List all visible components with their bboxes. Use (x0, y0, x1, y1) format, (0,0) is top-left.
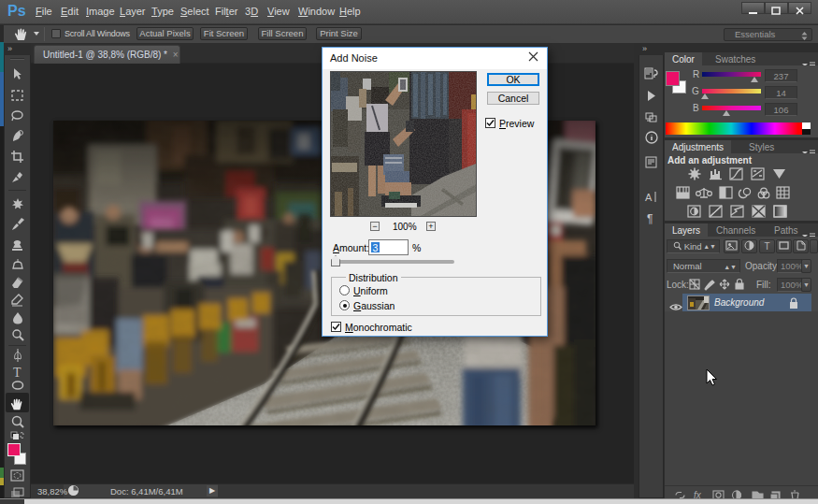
svg-text:¶: ¶ (647, 212, 653, 225)
svg-text:A: A (645, 192, 653, 203)
